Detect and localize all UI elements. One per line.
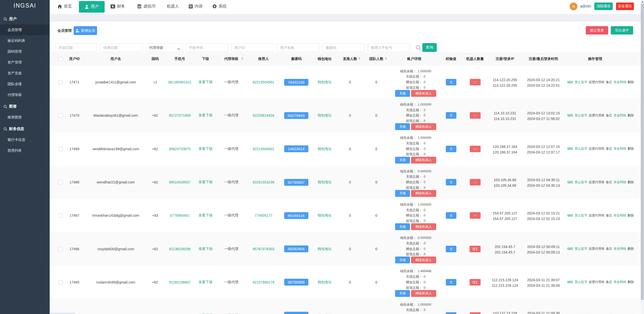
robot-count-button[interactable]: -- <box>470 146 481 152</box>
cell-referrer-link[interactable]: 83161553239 <box>247 180 280 184</box>
scroll-up-arrow-icon[interactable] <box>641 1 643 3</box>
wallet-address-link[interactable]: 钱包地址 <box>318 80 332 84</box>
op-fund-detail[interactable]: 资金明细 <box>613 214 626 217</box>
op-ban-withdraw[interactable]: 禁止提币 <box>575 147 587 150</box>
view-subordinate-link[interactable]: 查看下级 <box>198 80 213 84</box>
view-subordinate-link[interactable]: 查看下级 <box>198 247 213 251</box>
op-fund-detail[interactable]: 资金明细 <box>613 180 626 184</box>
cell-referrer-link[interactable]: 85767076303 <box>247 247 280 251</box>
robot-count-button[interactable]: -- <box>470 179 481 185</box>
invite-code-button[interactable]: 36760969 <box>284 279 308 286</box>
op-edit[interactable]: 编辑 <box>567 114 573 117</box>
cell-phone-link[interactable]: 85727071889 <box>167 113 192 117</box>
robot-count-button[interactable]: -- <box>470 212 481 219</box>
end-date-input[interactable] <box>100 43 143 52</box>
wallet-address-link[interactable]: 钱包地址 <box>318 247 332 251</box>
row-checkbox[interactable] <box>58 180 63 184</box>
row-checkbox[interactable] <box>58 280 63 285</box>
cell-referrer-link[interactable]: 82213504501 <box>247 147 280 151</box>
op-edit[interactable]: 编辑 <box>567 280 573 284</box>
robot-count-button[interactable]: -- <box>470 312 481 314</box>
op-delete[interactable]: 删除 <box>627 80 634 84</box>
robot-count-button[interactable]: -- <box>470 79 481 85</box>
op-remark[interactable]: 备注 <box>606 280 612 284</box>
robot-count-button[interactable]: 0/1 <box>470 279 480 286</box>
nav-item-system[interactable]: 系统 <box>212 4 227 9</box>
invite-code-button[interactable]: 04275843 <box>284 112 308 119</box>
clear-cache-button[interactable]: 清除缓存 <box>594 3 613 10</box>
ban-login-button[interactable]: 禁止登录 <box>586 26 608 35</box>
wallet-address-link[interactable]: 钱包地址 <box>318 280 332 284</box>
op-edit[interactable]: 编辑 <box>567 247 573 250</box>
horizontal-scrollbar-thumb[interactable] <box>49 313 76 314</box>
recharge-button[interactable]: 充值 <box>395 90 410 97</box>
cell-phone-link[interactable]: 89519339557 <box>167 180 192 184</box>
give-robot-button[interactable]: 赠送机器人 <box>411 290 436 297</box>
sidebar-item-asset-recharge[interactable]: 资产充值 <box>0 68 50 79</box>
robot-count-button[interactable]: -- <box>470 112 481 119</box>
avatar[interactable]: a <box>570 3 577 10</box>
op-ban-withdraw[interactable]: 禁止提币 <box>575 280 587 284</box>
op-set-agent[interactable]: 设置代理商 <box>589 247 605 250</box>
row-checkbox[interactable] <box>58 213 63 218</box>
cell-phone-link[interactable]: 82136209298 <box>167 247 192 251</box>
sidebar-item-agent-level[interactable]: 代理等级 <box>0 89 50 100</box>
op-fund-detail[interactable]: 资金明细 <box>613 114 626 117</box>
user-id-input[interactable] <box>231 43 274 52</box>
op-delete[interactable]: 删除 <box>627 147 634 150</box>
user-name-input[interactable] <box>277 43 319 52</box>
recharge-button[interactable]: 充值 <box>395 290 410 297</box>
experience-button[interactable]: 0 <box>446 246 456 252</box>
view-subordinate-link[interactable]: 查看下级 <box>198 180 213 184</box>
experience-button[interactable]: 0 <box>446 312 456 314</box>
recharge-button[interactable]: 充值 <box>395 123 410 130</box>
sidebar-item-country-code[interactable]: 国码管理 <box>0 46 50 57</box>
nav-item-crypto[interactable]: 虚拟币 <box>137 4 156 9</box>
view-subordinate-link[interactable]: 查看下级 <box>198 280 213 284</box>
nav-item-home[interactable]: 首页 <box>57 4 72 9</box>
start-date-input[interactable] <box>55 43 97 52</box>
invite-code-button[interactable]: 92795807 <box>284 179 308 186</box>
query-button[interactable]: 查询 <box>422 43 437 52</box>
op-set-agent[interactable]: 设置代理商 <box>589 147 605 150</box>
op-delete[interactable]: 删除 <box>627 214 634 217</box>
sort-icon[interactable] <box>241 57 243 60</box>
agent-level-select[interactable]: 代理等级 <box>146 43 183 52</box>
op-remark[interactable]: 备注 <box>606 180 612 184</box>
sidebar-item-team-performance[interactable]: 团队业绩 <box>0 79 50 89</box>
op-remark[interactable]: 备注 <box>606 247 612 250</box>
experience-button[interactable]: 0 <box>446 79 456 85</box>
view-subordinate-link[interactable]: 查看下级 <box>198 213 213 217</box>
sort-icon[interactable] <box>358 57 360 60</box>
experience-button[interactable]: 0 <box>446 179 456 185</box>
cell-phone-link[interactable]: 81282108887 <box>167 280 192 284</box>
op-delete[interactable]: 删除 <box>627 180 634 184</box>
sidebar-item-asset-management[interactable]: 资产管理 <box>0 57 50 68</box>
op-remark[interactable]: 备注 <box>606 214 612 217</box>
recharge-button[interactable]: 充值 <box>395 257 410 263</box>
op-ban-withdraw[interactable]: 禁止提币 <box>575 80 587 84</box>
nav-item-content[interactable]: 内容 <box>189 4 203 9</box>
select-all-checkbox[interactable] <box>58 57 63 61</box>
row-checkbox[interactable] <box>58 80 63 84</box>
op-remark[interactable]: 备注 <box>606 80 612 84</box>
op-delete[interactable]: 删除 <box>627 280 634 284</box>
give-robot-button[interactable]: 赠送机器人 <box>411 190 436 197</box>
wallet-address-link[interactable]: 钱包地址 <box>318 113 332 117</box>
give-robot-button[interactable]: 赠送机器人 <box>411 157 436 164</box>
invite-code-button[interactable]: 14923014 <box>284 145 308 152</box>
view-subordinate-link[interactable]: 查看下级 <box>198 113 213 117</box>
give-robot-button[interactable]: 赠送机器人 <box>411 257 436 263</box>
op-set-agent[interactable]: 设置代理商 <box>589 80 605 84</box>
referrer-phone-input[interactable] <box>368 43 410 52</box>
cell-referrer-link[interactable]: 774505177 <box>247 213 280 217</box>
robot-count-button[interactable]: 0/1 <box>470 246 480 252</box>
row-checkbox[interactable] <box>58 147 63 151</box>
vertical-scrollbar-thumb[interactable] <box>641 4 644 300</box>
op-fund-detail[interactable]: 资金明细 <box>613 147 626 150</box>
experience-button[interactable]: 0 <box>446 212 456 219</box>
give-robot-button[interactable]: 赠送机器人 <box>411 90 436 97</box>
op-fund-detail[interactable]: 资金明细 <box>613 280 626 284</box>
op-edit[interactable]: 编辑 <box>567 147 573 150</box>
invite-code-button[interactable]: 80169115 <box>284 212 308 219</box>
